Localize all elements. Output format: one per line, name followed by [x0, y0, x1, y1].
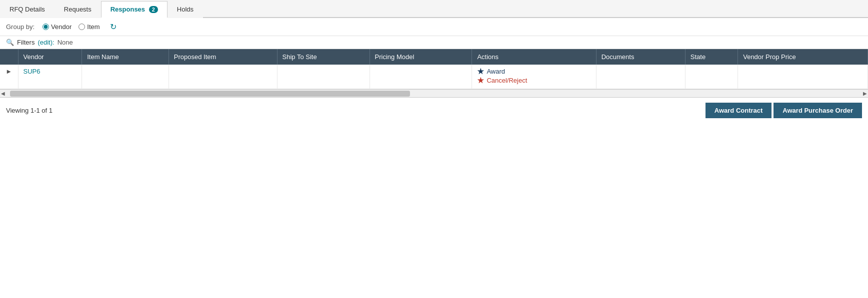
- cancel-icon: [477, 77, 484, 84]
- groupby-options: Vendor Item: [42, 23, 100, 31]
- viewing-text: Viewing 1-1 of 1: [6, 107, 52, 114]
- col-documents: Documents: [596, 49, 685, 65]
- filters-value: None: [58, 39, 73, 46]
- scroll-right-arrow[interactable]: ▶: [863, 91, 867, 96]
- tab-holds-label: Holds: [177, 6, 194, 13]
- tab-responses-badge: 2: [149, 6, 158, 13]
- table-header-row: Vendor Item Name Proposed Item Ship To S…: [0, 49, 868, 65]
- col-pricing-model: Pricing Model: [370, 49, 472, 65]
- col-proposed-item: Proposed Item: [168, 49, 277, 65]
- groupby-label: Group by:: [6, 23, 34, 31]
- col-expand: [0, 49, 18, 65]
- groupby-item-label: Item: [87, 23, 100, 31]
- groupby-item-radio[interactable]: [78, 24, 85, 30]
- award-contract-button[interactable]: Award Contract: [706, 103, 772, 118]
- action-cancel-reject[interactable]: Cancel/Reject: [477, 77, 590, 84]
- award-purchase-order-button[interactable]: Award Purchase Order: [774, 103, 862, 118]
- filters-edit-link[interactable]: (edit):: [38, 39, 54, 46]
- action-award[interactable]: Award: [477, 68, 590, 75]
- tab-requests[interactable]: Requests: [54, 1, 101, 18]
- award-label: Award: [486, 68, 505, 75]
- filters-row: 🔍 Filters (edit): None: [0, 36, 868, 49]
- cancel-label: Cancel/Reject: [486, 77, 527, 84]
- table-container: Vendor Item Name Proposed Item Ship To S…: [0, 49, 868, 90]
- scroll-left-arrow[interactable]: ◀: [1, 91, 5, 96]
- vendor-link[interactable]: SUP6: [24, 68, 40, 75]
- tab-holds[interactable]: Holds: [168, 1, 203, 18]
- row-state-cell: [685, 65, 738, 89]
- scrollbar-thumb[interactable]: [10, 91, 410, 97]
- row-proposed-item-cell: [168, 65, 277, 89]
- search-icon: 🔍: [6, 39, 14, 46]
- tab-rfq-details-label: RFQ Details: [10, 6, 45, 13]
- tab-requests-label: Requests: [64, 6, 92, 13]
- row-actions-cell: Award Cancel/Reject: [472, 65, 596, 89]
- row-pricing-model-cell: [370, 65, 472, 89]
- row-documents-cell: [596, 65, 685, 89]
- groupby-vendor-radio[interactable]: [42, 24, 49, 30]
- responses-table: Vendor Item Name Proposed Item Ship To S…: [0, 49, 868, 89]
- tab-rfq-details[interactable]: RFQ Details: [0, 1, 54, 18]
- groupby-item-option[interactable]: Item: [78, 23, 100, 31]
- col-vendor-prop-price: Vendor Prop Price: [738, 49, 868, 65]
- groupby-row: Group by: Vendor Item ↻: [0, 18, 868, 36]
- col-ship-to-site: Ship To Site: [277, 49, 370, 65]
- horizontal-scrollbar[interactable]: ◀ ▶: [0, 90, 868, 98]
- refresh-icon[interactable]: ↻: [110, 22, 116, 32]
- col-actions: Actions: [472, 49, 596, 65]
- row-vendor-cell: SUP6: [18, 65, 82, 89]
- row-item-name-cell: [82, 65, 169, 89]
- col-item-name: Item Name: [82, 49, 169, 65]
- tab-responses-label: Responses: [110, 6, 145, 13]
- footer-buttons: Award Contract Award Purchase Order: [706, 103, 862, 118]
- row-ship-to-site-cell: [277, 65, 370, 89]
- table-row: ► SUP6 Award Cancel/Reject: [0, 65, 868, 89]
- col-state: State: [685, 49, 738, 65]
- row-vendor-prop-price-cell: [738, 65, 868, 89]
- filters-label: Filters: [17, 39, 34, 46]
- award-icon: [477, 68, 484, 75]
- footer: Viewing 1-1 of 1 Award Contract Award Pu…: [0, 98, 868, 123]
- row-expand-cell[interactable]: ►: [0, 65, 18, 89]
- col-vendor: Vendor: [18, 49, 82, 65]
- tabs-container: RFQ Details Requests Responses 2 Holds: [0, 0, 868, 18]
- groupby-vendor-label: Vendor: [51, 23, 72, 31]
- tab-responses[interactable]: Responses 2: [101, 1, 168, 18]
- groupby-vendor-option[interactable]: Vendor: [42, 23, 72, 31]
